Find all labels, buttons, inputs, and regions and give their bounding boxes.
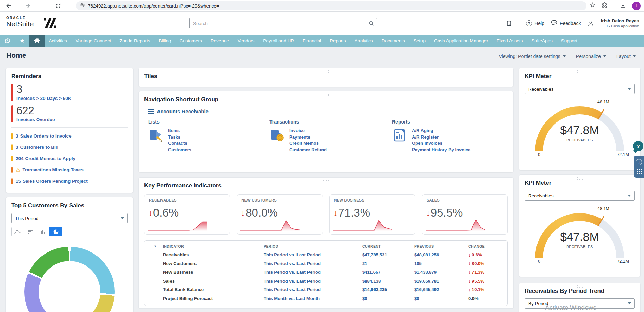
help-pin-button[interactable]: ? (633, 141, 644, 154)
layout-dropdown[interactable]: Layout (616, 54, 636, 59)
reminder-item[interactable]: 204 Credit Memos to Apply (11, 153, 128, 164)
table-row[interactable]: New Customers This Period vs. Last Perio… (148, 259, 504, 268)
table-row[interactable]: New Business This Period vs. Last Period… (148, 268, 504, 277)
nav-menu-item[interactable]: Financial (299, 35, 326, 47)
trend-period-select[interactable]: By Period (525, 298, 635, 309)
nav-menu-item[interactable]: Vantage Connect (71, 35, 115, 47)
search-input[interactable] (189, 18, 377, 28)
period-link[interactable]: This Period vs. Last Period (264, 252, 362, 257)
current-value[interactable]: $0 (362, 296, 414, 301)
home-tab-active[interactable] (29, 35, 45, 47)
shortcuts-star-icon[interactable]: ★ (15, 35, 29, 47)
drag-handle[interactable] (322, 179, 330, 182)
drag-handle[interactable] (576, 285, 583, 288)
drag-handle[interactable] (576, 177, 583, 180)
nav-menu-item[interactable]: Billing (154, 35, 175, 47)
period-link[interactable]: This Month vs. Last Month (264, 296, 362, 301)
nav-menu-item[interactable]: Documents (377, 35, 409, 47)
nav-menu-item[interactable]: Zonda Reports (115, 35, 154, 47)
nav-menu-item[interactable]: Cash Application Manager (430, 35, 493, 47)
current-value[interactable]: $47,785,531 (362, 252, 414, 257)
oracle-netsuite-logo[interactable]: ORACLE NetSuite (6, 16, 34, 27)
period-link[interactable]: This Period vs. Last Period (264, 261, 362, 266)
download-icon[interactable] (620, 2, 626, 10)
search-icon[interactable] (369, 21, 374, 27)
nav-menu-item[interactable]: Payroll and HR (259, 35, 299, 47)
shortcut-link[interactable]: Contacts (168, 141, 191, 146)
reminder-link[interactable]: Customers to Bill (20, 145, 59, 150)
drag-handle[interactable] (576, 70, 583, 73)
drag-handle[interactable] (322, 70, 330, 73)
nav-menu-item[interactable]: Activities (45, 35, 71, 47)
shortcut-link[interactable]: Credit Memos (289, 141, 327, 146)
table-row[interactable]: Sales This Period vs. Last Period $884,1… (148, 277, 504, 286)
drag-handle[interactable] (66, 70, 73, 73)
shortcut-link[interactable]: Tasks (168, 134, 191, 140)
nav-menu-item[interactable]: Setup (409, 35, 430, 47)
current-value[interactable]: $884,138 (362, 278, 414, 284)
reminder-highlight[interactable]: 622 Invoices Overdue (11, 105, 128, 123)
shortcut-link[interactable]: Payment History By Invoice (412, 147, 470, 153)
reminder-item[interactable]: 15 Sales Orders Pending Project (11, 176, 128, 187)
period-link[interactable]: This Period vs. Last Period (264, 287, 362, 292)
shortcut-link[interactable]: Items (168, 128, 191, 134)
reminder-link[interactable]: Transactions Missing Taxes (22, 167, 83, 172)
extensions-icon[interactable] (602, 2, 608, 10)
table-row[interactable]: Project Billing Forecast This Month vs. … (148, 294, 504, 303)
chart-type-vbar-button[interactable] (37, 227, 50, 236)
reminder-item[interactable]: ⚠ Transactions Missing Taxes (11, 164, 128, 176)
current-value[interactable]: 21 (362, 261, 414, 266)
recent-records-icon[interactable] (0, 35, 15, 47)
nav-menu-item[interactable]: Vendors (233, 35, 259, 47)
forward-icon[interactable] (25, 3, 31, 9)
shortcut-link[interactable]: Open Invoices (412, 141, 470, 146)
current-value[interactable]: $14,963,235 (362, 287, 414, 292)
collapse-caret-icon[interactable]: ▼ (148, 245, 163, 248)
shortcut-group-header[interactable]: Accounts Receivable (148, 108, 504, 114)
reminder-link[interactable]: Sales Orders Pending Project (23, 179, 88, 184)
shortcut-link[interactable]: Payments (289, 134, 327, 140)
reminder-link[interactable]: Invoices > 30 Days > 50K (16, 96, 72, 101)
chart-type-pie-button[interactable] (49, 227, 62, 236)
chart-type-line-button[interactable] (11, 227, 24, 236)
bookmark-star-icon[interactable] (590, 2, 596, 10)
chart-type-hbar-button[interactable] (24, 227, 37, 236)
viewing-dropdown[interactable]: Viewing: Portlet date settings (499, 54, 566, 59)
period-select[interactable]: This Period (11, 213, 128, 223)
apps-grid-icon[interactable] (636, 168, 642, 174)
previous-value[interactable]: $16,645,492 (414, 287, 468, 292)
kpi-card[interactable]: SALES ↓ 95.5% (422, 194, 508, 235)
shortcut-link[interactable]: A/R Aging (412, 128, 470, 134)
reminder-highlight[interactable]: 3 Invoices > 30 Days > 50K (11, 84, 128, 101)
shortcut-link[interactable]: Invoice (289, 128, 327, 134)
reminder-link[interactable]: Invoices Overdue (16, 117, 55, 122)
site-info-icon[interactable] (80, 3, 85, 9)
shortcut-link[interactable]: Customers (168, 147, 191, 153)
back-icon[interactable] (5, 3, 12, 9)
shortcut-link[interactable]: A/R Register (412, 134, 470, 140)
nav-menu-item[interactable]: Fixed Assets (492, 35, 527, 47)
table-row[interactable]: Total Bank Balance This Period vs. Last … (148, 285, 504, 294)
nav-menu-item[interactable]: Analytics (350, 35, 377, 47)
user-menu[interactable]: Irish Delos Reyes I - Cash Application (601, 18, 639, 29)
nav-menu-item[interactable]: Customers (175, 35, 206, 47)
personalize-dropdown[interactable]: Personalize (576, 54, 606, 59)
feedback-button[interactable]: Feedback (551, 20, 581, 27)
previous-value[interactable]: $48,081,256 (414, 252, 468, 257)
current-value[interactable]: $411,667 (362, 270, 414, 275)
reminder-item[interactable]: 3 Sales Orders to Invoice (11, 130, 128, 142)
kpi-card[interactable]: RECEIVABLES ↓ 0.6% (144, 194, 230, 235)
previous-value[interactable]: $0 (414, 296, 468, 301)
floating-info-panel[interactable]: i (634, 156, 644, 178)
previous-value[interactable]: $19,659,781 (414, 278, 468, 284)
table-row[interactable]: Receivables This Period vs. Last Period … (148, 250, 504, 259)
quick-add-icon[interactable] (506, 20, 513, 27)
period-link[interactable]: This Period vs. Last Period (264, 278, 362, 284)
roles-icon[interactable] (587, 20, 594, 27)
reload-icon[interactable] (55, 3, 61, 9)
kpi-meter-select[interactable]: Receivables (525, 84, 635, 94)
kpi-meter-select[interactable]: Receivables (525, 191, 635, 201)
period-link[interactable]: This Period vs. Last Period (264, 270, 362, 275)
reminder-link[interactable]: Sales Orders to Invoice (20, 133, 72, 139)
reminder-item[interactable]: 3 Customers to Bill (11, 142, 128, 153)
